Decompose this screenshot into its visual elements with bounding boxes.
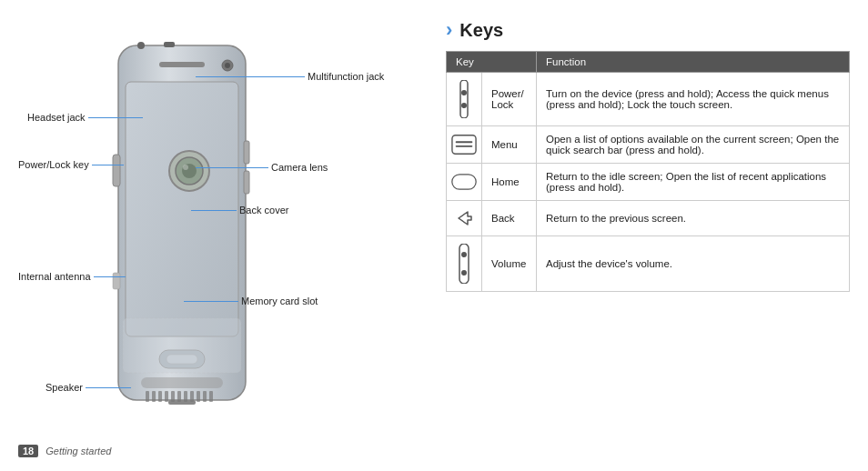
page-number: 18 bbox=[18, 445, 38, 457]
key-icon-cell bbox=[447, 201, 482, 236]
key-icon-cell bbox=[447, 126, 482, 164]
svg-rect-25 bbox=[190, 391, 194, 402]
keys-section: › Keys Key Function bbox=[437, 18, 850, 453]
keys-table: Key Function bbox=[446, 51, 850, 292]
svg-rect-38 bbox=[459, 244, 469, 284]
svg-point-8 bbox=[183, 165, 188, 170]
svg-rect-11 bbox=[141, 377, 223, 388]
headset-jack-label: Headset jack bbox=[27, 112, 143, 123]
memory-card-label: Internal antenna bbox=[18, 271, 126, 282]
svg-rect-23 bbox=[177, 391, 181, 402]
back-icon bbox=[451, 208, 477, 228]
svg-rect-26 bbox=[197, 391, 200, 402]
col-key-header: Key bbox=[447, 52, 537, 73]
svg-rect-18 bbox=[146, 391, 149, 402]
footer-subtitle: Getting started bbox=[45, 446, 111, 456]
volume-icon bbox=[451, 244, 477, 284]
key-function-power: Turn on the device (press and hold); Acc… bbox=[537, 73, 850, 126]
key-name-volume: Volume bbox=[482, 236, 537, 292]
table-row: Power/ Lock Turn on the device (press an… bbox=[447, 73, 850, 126]
svg-point-4 bbox=[225, 63, 230, 68]
svg-rect-28 bbox=[209, 391, 213, 402]
footer: 18 Getting started bbox=[18, 445, 111, 457]
svg-point-17 bbox=[137, 42, 145, 49]
svg-rect-13 bbox=[244, 141, 249, 164]
svg-rect-35 bbox=[456, 141, 473, 143]
svg-rect-19 bbox=[152, 391, 156, 402]
table-row: Home Return to the idle screen; Open the… bbox=[447, 164, 850, 201]
svg-rect-20 bbox=[158, 391, 162, 402]
svg-point-40 bbox=[461, 270, 467, 276]
svg-point-33 bbox=[461, 103, 467, 108]
key-name-power: Power/ Lock bbox=[482, 73, 537, 126]
power-lock-icon bbox=[451, 80, 477, 118]
menu-icon bbox=[451, 134, 477, 155]
svg-rect-2 bbox=[159, 62, 205, 67]
section-chevron: › bbox=[446, 18, 452, 42]
svg-rect-37 bbox=[452, 175, 476, 189]
home-icon bbox=[451, 172, 477, 192]
key-function-home: Return to the idle screen; Open the list… bbox=[537, 164, 850, 201]
svg-rect-30 bbox=[123, 318, 241, 373]
back-cover-label: Back cover bbox=[191, 205, 288, 215]
multifunction-jack-label: Multifunction jack bbox=[196, 71, 384, 82]
device-diagram: Multifunction jack Headset jack Camera l… bbox=[18, 18, 437, 453]
svg-rect-21 bbox=[165, 391, 168, 402]
key-icon-cell bbox=[447, 73, 482, 126]
section-title: › Keys bbox=[446, 18, 850, 42]
speaker-label: Speaker bbox=[45, 382, 131, 393]
svg-point-32 bbox=[461, 90, 467, 95]
svg-rect-24 bbox=[184, 391, 187, 402]
power-lock-label: Power/Lock key bbox=[18, 159, 124, 170]
table-row: Volume Adjust the device's volume. bbox=[447, 236, 850, 292]
table-row: Back Return to the previous screen. bbox=[447, 201, 850, 236]
svg-point-39 bbox=[461, 252, 467, 257]
key-icon-cell bbox=[447, 236, 482, 292]
key-name-menu: Menu bbox=[482, 126, 537, 164]
svg-rect-36 bbox=[456, 145, 473, 147]
key-icon-cell bbox=[447, 164, 482, 201]
table-row: Menu Open a list of options available on… bbox=[447, 126, 850, 164]
svg-rect-22 bbox=[171, 391, 175, 402]
key-function-volume: Adjust the device's volume. bbox=[537, 236, 850, 292]
phone-illustration bbox=[91, 36, 273, 418]
key-name-back: Back bbox=[482, 201, 537, 236]
col-function-header: Function bbox=[537, 52, 850, 73]
svg-rect-15 bbox=[164, 42, 175, 47]
section-title-text: Keys bbox=[459, 20, 503, 41]
key-function-back: Return to the previous screen. bbox=[537, 201, 850, 236]
key-name-home: Home bbox=[482, 164, 537, 201]
camera-lens-label: Camera lens bbox=[196, 162, 328, 173]
table-header-row: Key Function bbox=[447, 52, 850, 73]
svg-rect-14 bbox=[244, 171, 249, 194]
key-function-menu: Open a list of options available on the … bbox=[537, 126, 850, 164]
svg-rect-27 bbox=[203, 391, 207, 402]
svg-rect-34 bbox=[452, 135, 476, 155]
internal-antenna-label: Memory card slot bbox=[184, 296, 318, 306]
svg-rect-31 bbox=[460, 80, 468, 118]
